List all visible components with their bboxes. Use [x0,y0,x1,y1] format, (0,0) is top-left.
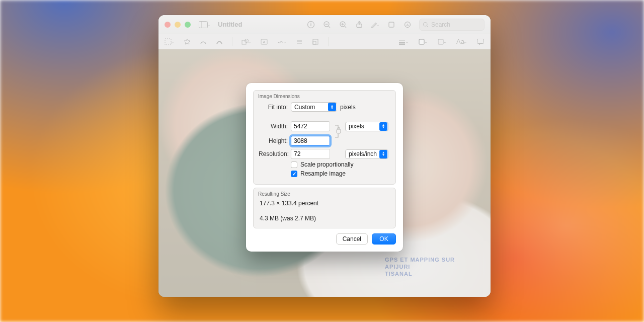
lock-aspect-icon[interactable] [333,124,342,139]
resulting-size-title: Resulting Size [258,191,390,197]
resulting-filesize: 4.3 MB (was 2.7 MB) [260,215,390,222]
image-dimensions-group: Image Dimensions Fit into: Custom ▲▼ pix… [253,90,396,185]
height-label: Height: [259,137,288,144]
preview-window: ⌄ Untitled ⌄ A Search ⌄ ⌄ A ⌄ ⌄ [158,15,491,297]
image-dimensions-title: Image Dimensions [258,94,390,99]
size-unit-select[interactable]: pixels ▲▼ [345,122,388,131]
resulting-size-group: Resulting Size 177.3 × 133.4 percent 4.3… [253,188,396,228]
resolution-input[interactable] [291,149,330,159]
ok-button[interactable]: OK [372,233,396,245]
svg-rect-36 [337,129,341,133]
resolution-unit-select[interactable]: pixels/inch ▲▼ [345,149,388,159]
scale-proportionally-label: Scale proportionally [300,161,353,168]
height-input[interactable] [291,136,330,146]
fit-into-select[interactable]: Custom ▲▼ [291,102,337,112]
fit-into-label: Fit into: [259,104,288,111]
resample-image-label: Resample image [300,170,346,177]
width-label: Width: [259,123,288,130]
resulting-percent: 177.3 × 133.4 percent [260,200,390,207]
width-input[interactable] [291,121,330,131]
fit-into-unit: pixels [340,104,356,111]
resolution-label: Resolution: [259,150,288,157]
resample-image-checkbox[interactable]: ✓ [291,171,297,177]
adjust-size-dialog: Image Dimensions Fit into: Custom ▲▼ pix… [246,83,403,252]
scale-proportionally-checkbox[interactable] [291,162,297,168]
cancel-button[interactable]: Cancel [336,233,368,245]
